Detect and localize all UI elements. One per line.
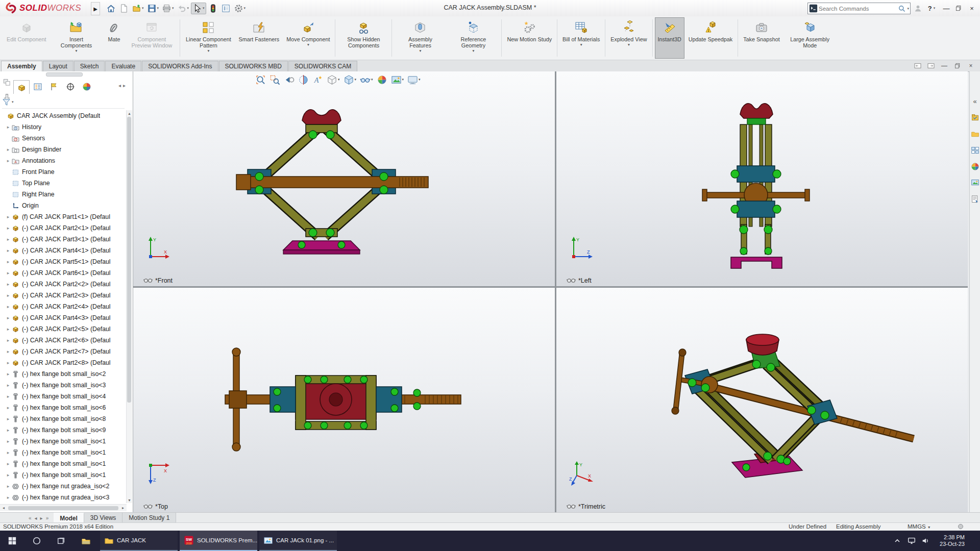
menu-flyout-arrow[interactable]: ▶ (91, 2, 100, 15)
tree-item[interactable]: ▸AAnnotations (0, 155, 127, 166)
show-hidden-components-button[interactable]: Show Hidden Components (337, 17, 389, 59)
expand-arrow-icon[interactable]: ▸ (5, 439, 11, 444)
tree-item[interactable]: ▸(-) hex flange nut gradea_iso<3 (0, 492, 127, 503)
dropdown-caret[interactable]: ▾ (355, 78, 357, 82)
custom-properties-icon[interactable] (970, 194, 980, 204)
smart-fasteners-button[interactable]: Smart Fasteners (235, 17, 282, 59)
section-view-button[interactable] (297, 73, 310, 86)
view-settings-button[interactable]: ▾ (406, 73, 422, 86)
filter-dropdown-caret[interactable]: ▾ (12, 100, 14, 104)
tree-item[interactable]: ▸(-) CAR JACK Part4<1> (Defaul (0, 245, 127, 256)
tab-sketch[interactable]: Sketch (74, 61, 105, 71)
flyout-cascade-icon[interactable] (3, 79, 11, 86)
print-button[interactable]: ▾ (161, 3, 175, 14)
panel-splitter-handle[interactable] (46, 72, 83, 77)
dropdown-caret[interactable]: ▾ (172, 6, 174, 10)
tree-filter-row[interactable]: ▾ (2, 96, 125, 109)
units-selector[interactable]: MMGS▼ (908, 523, 931, 530)
tab-dimxpert-manager[interactable] (62, 80, 79, 94)
expand-arrow-icon[interactable]: ▸ (5, 405, 11, 410)
close-button[interactable]: × (966, 2, 978, 14)
annotation-views-button[interactable]: A (311, 73, 324, 86)
dropdown-caret[interactable]: ▾ (157, 6, 159, 10)
scenes-icon[interactable] (970, 178, 980, 188)
expand-arrow-icon[interactable]: ▸ (5, 495, 11, 500)
viewport-left[interactable]: Y Z *Left (556, 71, 968, 286)
tray-chevron-icon[interactable] (893, 538, 902, 544)
expand-arrow-icon[interactable]: ▸ (5, 124, 11, 130)
dropdown-caret[interactable]: ▾ (338, 78, 340, 82)
doc-tab-nav-arrow[interactable]: ▸ (40, 515, 43, 521)
tab-layout[interactable]: Layout (43, 61, 74, 71)
hide-show-items-button[interactable]: ▾ (359, 73, 374, 86)
large-assembly-mode-button[interactable]: Large Assembly Mode (784, 17, 836, 59)
tree-vertical-scrollbar[interactable]: ▲ ▼ (126, 110, 132, 503)
zoom-area-button[interactable] (268, 73, 281, 86)
open-button[interactable]: ▾ (131, 3, 145, 14)
tree-item[interactable]: ▸(-) CAR JACK Part2<1> (Defaul (0, 222, 127, 234)
view-palette-icon[interactable] (970, 145, 980, 155)
bill-of-materials-button[interactable]: Bill of Materials▼ (559, 17, 603, 59)
tree-item[interactable]: ▸(-) hex flange bolt small_iso<4 (0, 391, 127, 402)
tab-display-manager[interactable] (79, 80, 95, 94)
child-minimize-icon[interactable]: — (939, 61, 949, 70)
tree-item[interactable]: ▸(-) hex flange bolt small_iso<1 (0, 447, 127, 458)
search-input[interactable] (818, 5, 898, 12)
expand-arrow-icon[interactable]: ▸ (5, 237, 11, 242)
new-document-button[interactable] (118, 3, 130, 14)
restore-button[interactable] (952, 2, 965, 14)
tree-item[interactable]: ▸(-) CAR JACK Part2<4> (Defaul (0, 301, 127, 312)
assembly-features-button[interactable]: Assembly Features▼ (394, 17, 446, 59)
dropdown-caret[interactable]: ▼ (627, 43, 630, 46)
tab-feature-manager[interactable] (13, 80, 30, 94)
view-orientation-button[interactable]: ▾ (326, 73, 341, 86)
options-gear-button[interactable]: ▾ (233, 3, 247, 14)
fm-tabs-scroll-right-icon[interactable]: ▸ (123, 83, 126, 88)
display-style-button[interactable]: ▾ (342, 73, 358, 86)
dropdown-caret[interactable]: ▼ (579, 43, 582, 46)
expand-arrow-icon[interactable]: ▸ (5, 304, 11, 309)
tree-item[interactable]: ▸(-) hex flange bolt small_iso<8 (0, 413, 127, 424)
scroll-thumb-horizontal[interactable] (8, 506, 118, 510)
tree-item[interactable]: ▸(-) CAR JACK Part4<3> (Defaul (0, 312, 127, 323)
expand-arrow-icon[interactable]: ▸ (5, 461, 11, 466)
dropdown-caret[interactable]: ▼ (307, 43, 310, 46)
zoom-fit-button[interactable] (254, 73, 267, 86)
tree-item[interactable]: ▸(-) hex flange bolt small_iso<2 (0, 368, 127, 380)
dropdown-caret[interactable]: ▾ (371, 78, 373, 82)
file-properties-button[interactable] (220, 3, 232, 14)
home-button[interactable] (105, 3, 117, 14)
new-motion-study-button[interactable]: New Motion Study (504, 17, 555, 59)
tree-item[interactable]: Front Plane (0, 166, 127, 178)
tree-item[interactable]: ▸(-) CAR JACK Part5<1> (Defaul (0, 256, 127, 267)
search-icon[interactable] (898, 5, 906, 13)
speaker-icon[interactable] (921, 536, 930, 545)
dropdown-caret[interactable]: ▾ (402, 78, 404, 82)
tree-item[interactable]: ▸(-) hex flange bolt small_iso<1 (0, 458, 127, 469)
tree-item[interactable]: Top Plane (0, 178, 127, 189)
tab-property-manager[interactable] (30, 80, 46, 94)
take-snapshot-button[interactable]: Take Snapshot (740, 17, 782, 59)
tree-item[interactable]: ▸(-) CAR JACK Part2<6> (Defaul (0, 335, 127, 346)
expand-arrow-icon[interactable]: ▸ (5, 158, 11, 163)
instant3d-button[interactable]: Instant3D (655, 17, 684, 59)
dropdown-caret[interactable]: ▼ (75, 49, 78, 53)
tree-item[interactable]: ▸(f) CAR JACK Part1<1> (Defaul (0, 211, 127, 222)
expand-arrow-icon[interactable]: ▸ (5, 338, 11, 343)
tree-item[interactable]: ▸Design Binder (0, 144, 127, 155)
child-close-icon[interactable]: × (966, 61, 976, 70)
select-button[interactable]: ▾ (191, 3, 206, 14)
tree-item[interactable]: ▸(-) CAR JACK Part6<1> (Defaul (0, 267, 127, 279)
doc-tab-model[interactable]: Model (54, 513, 84, 523)
expand-arrow-icon[interactable]: ▸ (5, 416, 11, 421)
dropdown-caret[interactable]: ▼ (207, 49, 210, 53)
expand-arrow-icon[interactable]: ▸ (5, 147, 11, 152)
tree-item[interactable]: ▸(-) CAR JACK Part2<3> (Defaul (0, 290, 127, 301)
dropdown-caret[interactable]: ▾ (187, 6, 189, 10)
edit-appearance-button[interactable] (376, 73, 388, 86)
save-button[interactable]: ▾ (146, 3, 160, 14)
viewport-trimetric[interactable]: Y X Z *Trimetric (556, 288, 968, 512)
search-dropdown-caret[interactable]: ▾ (907, 7, 909, 11)
tree-item[interactable]: ▸(-) hex flange bolt small_iso<9 (0, 424, 127, 436)
mate-button[interactable]: Mate (103, 17, 125, 59)
